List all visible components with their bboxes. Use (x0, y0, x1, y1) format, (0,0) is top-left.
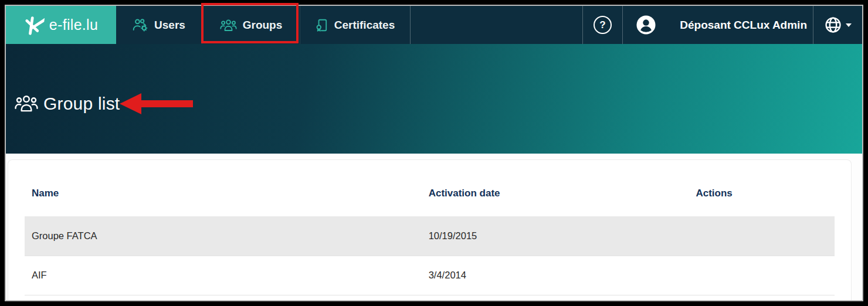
brand-logo[interactable]: e-file.lu (6, 6, 116, 44)
cell-group-name: AIF (25, 256, 422, 295)
help-button[interactable]: ? (582, 6, 622, 44)
tab-users-label: Users (154, 19, 185, 32)
tab-certificates-label: Certificates (334, 19, 395, 32)
group-list-card: Name Activation date Actions Groupe FATC… (8, 159, 852, 300)
cell-actions (689, 216, 835, 256)
tab-groups-label: Groups (243, 19, 283, 32)
page-title: Group list (43, 94, 120, 114)
tab-groups[interactable]: Groups (202, 6, 300, 44)
language-selector[interactable] (813, 6, 862, 44)
user-name-label: Déposant CCLux Admin (680, 19, 807, 32)
table-row[interactable]: Groupe FATCA 10/19/2015 (25, 216, 835, 256)
page-header-banner: Group list (6, 44, 862, 154)
groups-icon (220, 19, 237, 32)
groups-icon (15, 94, 38, 113)
top-navbar: e-file.lu Users (6, 6, 862, 44)
column-header-activation-date: Activation date (422, 175, 689, 216)
user-avatar-icon (636, 15, 656, 35)
chevron-down-icon (846, 23, 852, 27)
asterisk-logo-icon (24, 14, 46, 36)
group-table: Name Activation date Actions Groupe FATC… (25, 175, 835, 295)
app-window: e-file.lu Users (5, 5, 863, 301)
tab-users[interactable]: Users (116, 6, 202, 44)
cell-activation-date: 10/19/2015 (422, 216, 689, 256)
table-header-row: Name Activation date Actions (25, 175, 835, 216)
user-account-section[interactable]: Déposant CCLux Admin (622, 6, 813, 44)
cell-actions (689, 256, 835, 295)
column-header-name: Name (25, 175, 422, 216)
help-icon: ? (594, 16, 612, 34)
brand-logo-text: e-file.lu (49, 16, 98, 33)
globe-icon (825, 16, 842, 33)
cell-group-name: Groupe FATCA (25, 216, 422, 256)
cell-activation-date: 3/4/2014 (422, 256, 689, 295)
certificate-icon (316, 18, 328, 32)
main-content: Name Activation date Actions Groupe FATC… (6, 154, 862, 300)
column-header-actions: Actions (689, 175, 835, 216)
navbar-spacer (411, 6, 582, 44)
users-gear-icon (133, 18, 148, 32)
tab-certificates[interactable]: Certificates (300, 6, 411, 44)
table-row[interactable]: AIF 3/4/2014 (25, 256, 835, 295)
